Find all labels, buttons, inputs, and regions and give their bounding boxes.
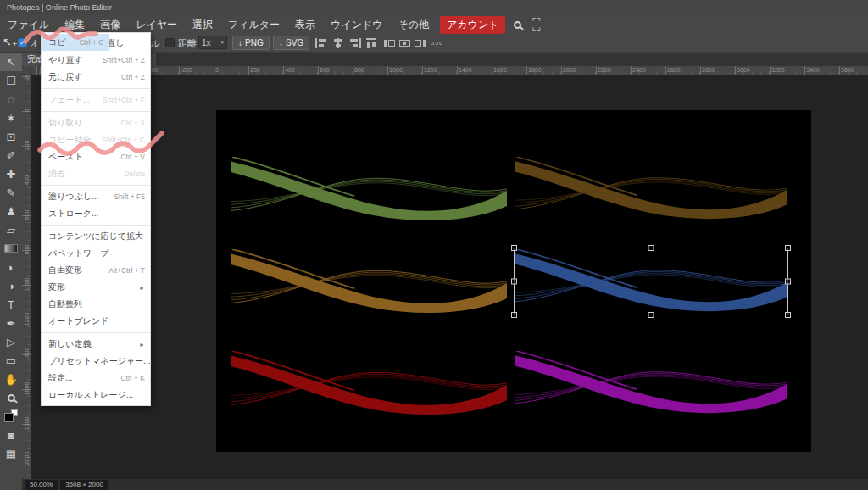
menu-item-label: オートブレンド [48,315,108,327]
menubar-edit[interactable]: 編集 [57,18,92,32]
tool-quick-mask[interactable]: ◙ [0,426,22,444]
menubar-view[interactable]: 表示 [287,18,323,32]
align-left-icon[interactable] [315,38,328,48]
ruler-label: 200 [250,67,260,73]
tool-clone-stamp[interactable]: ♟ [0,202,22,220]
distance-checkbox[interactable] [165,38,175,47]
selection-handle-middle-left[interactable] [511,279,517,285]
tool-brush[interactable]: ✎ [0,183,22,202]
distribute-center-icon[interactable] [399,38,410,48]
selection-handle-top-right[interactable] [785,245,791,251]
auto-select-checkbox[interactable]: ✓ [18,38,27,47]
menu-item-fade[interactable]: フェード...Shift+Ctrl + F [42,92,150,109]
tool-blur[interactable]: ◗ [0,258,22,276]
tool-select[interactable]: ☐ [0,71,22,90]
tool-move[interactable]: ↖ [0,53,22,71]
menu-item-step-forward[interactable]: やり直すShift+Ctrl + Z [42,52,150,69]
menu-item-shortcut: Shift + F5 [114,192,145,201]
menu-item-label: 変形 [48,281,65,293]
menu-item-local-storage[interactable]: ローカルストレージ... [42,387,150,404]
tool-healing-brush[interactable]: ✚ [0,164,22,183]
menu-item-cut[interactable]: 切り取りCtrl + X [42,114,150,131]
canvas-image[interactable] [216,110,811,452]
menu-item-free-transform[interactable]: 自由変形Alt+Ctrl + T [42,262,150,279]
distribute-right-icon[interactable] [415,38,426,48]
menu-item-copy[interactable]: コピーCtrl + C [42,34,109,51]
path-select-icon: ▷ [7,337,15,348]
selection-handle-bottom-left[interactable] [511,312,517,318]
tool-magic-wand[interactable]: ✶ [0,109,22,127]
tool-color-swatches[interactable] [0,407,22,426]
menu-item-preset-manager[interactable]: プリセットマネージャー... [42,353,150,370]
tool-lasso[interactable]: ◌ [0,90,22,109]
menubar-image[interactable]: 画像 [92,18,128,32]
export-svg-button[interactable]: ↓SVG [273,36,309,50]
tool-screen-mode[interactable]: ▦ [0,444,22,463]
selection-handle-top-center[interactable] [648,245,654,251]
align-right-icon[interactable] [349,38,362,48]
menu-item-transform[interactable]: 変形► [42,279,150,296]
scale-dropdown[interactable]: 1x ▾ [198,36,227,49]
selection-handle-bottom-center[interactable] [648,312,654,318]
selection-handle-middle-right[interactable] [785,279,791,285]
align-top-icon[interactable] [366,38,376,48]
menu-item-content-aware-scale[interactable]: コンテンツに応じて拡大 [42,228,150,245]
menu-item-auto-blend[interactable]: オートブレンド [42,313,150,330]
selection-handle-bottom-right[interactable] [785,312,791,318]
tool-eyedropper[interactable]: ✐ [0,146,22,164]
tool-dodge[interactable]: ◑ [0,276,22,295]
fullscreen-icon[interactable]: ⌜⌝⌞⌟ [531,19,541,30]
menubar-layer[interactable]: レイヤー [128,18,185,32]
menu-item-shortcut: Ctrl + V [120,153,145,161]
menu-item-undo[interactable]: 元に戻すCtrl + Z [42,69,150,86]
app-title: Photopea | Online Photo Editor [7,3,112,12]
tool-palette: ↖☐◌✶⊡✐✚✎♟▱◗◑T✒▷▭✋◙▦ [0,53,22,479]
menu-item-paste[interactable]: ペーストCtrl + V [42,148,150,165]
menu-item-label: プリセットマネージャー... [48,355,150,367]
align-center-horizontal-icon[interactable] [332,38,345,48]
menubar-select[interactable]: 選択 [185,18,220,32]
menu-item-label: コンテンツに応じて拡大 [48,231,143,242]
menu-item-shortcut: Alt+Ctrl + T [108,266,145,275]
menu-item-preferences[interactable]: 設定...Ctrl + K [42,370,150,387]
tool-path-select[interactable]: ▷ [0,332,22,351]
search-icon[interactable] [514,21,521,29]
tool-pen[interactable]: ✒ [0,314,22,332]
canvas-viewport[interactable] [31,75,868,479]
menubar-filter[interactable]: フィルター [220,18,287,32]
menubar-account[interactable]: アカウント [440,16,505,34]
menu-item-clear[interactable]: 消去Delete [42,165,150,182]
menu-separator [42,185,150,186]
tool-gradient[interactable] [0,239,22,258]
ruler-label: 1400 [459,67,472,73]
menu-bar-items: ファイル編集画像レイヤー選択フィルター表示ウインドウその他アカウント [0,16,505,34]
export-png-button[interactable]: ↓PNG [232,36,270,50]
menubar-window[interactable]: ウインドウ [323,18,390,32]
menu-item-fill[interactable]: 塗りつぶし...Shift + F5 [42,188,150,205]
status-bar: 50.00% 3508 × 2000 [0,479,868,490]
tool-rectangle[interactable]: ▭ [0,351,22,370]
zoom-level[interactable]: 50.00% [25,480,58,490]
tool-hand[interactable]: ✋ [0,370,22,388]
menu-item-label: コピー結合 [48,134,91,146]
ruler-label: 800 [354,67,364,73]
menu-item-label: 塗りつぶし... [48,191,98,203]
menu-item-puppet-warp[interactable]: パペットワープ [42,245,150,262]
ruler-label: 2000 [563,67,576,73]
menubar-file[interactable]: ファイル [0,18,57,32]
submenu-arrow-icon: ► [139,285,145,291]
distribute-left-icon[interactable] [384,38,395,48]
selection-handle-top-left[interactable] [511,245,517,251]
menu-item-define-new[interactable]: 新しい定義► [42,336,150,353]
selection-box[interactable] [514,248,788,315]
tool-eraser[interactable]: ▱ [0,220,22,239]
tool-type[interactable]: T [0,295,22,314]
menu-item-copy-merged[interactable]: コピー結合Shift+Ctrl + C [42,131,150,148]
three-d-icon[interactable]: ɔɔc [431,39,443,47]
menubar-more[interactable]: その他 [391,18,437,32]
menu-item-stroke[interactable]: ストローク... [42,205,150,222]
menu-item-auto-align[interactable]: 自動整列 [42,296,150,313]
tool-crop[interactable]: ⊡ [0,127,22,146]
healing-brush-icon: ✚ [7,169,16,180]
tool-zoom[interactable] [0,388,22,407]
